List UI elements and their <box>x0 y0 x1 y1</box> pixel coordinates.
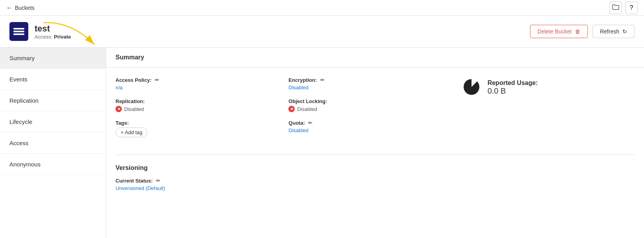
object-locking-label: Object Locking: <box>288 98 449 104</box>
current-status-value: Unversioned (Default) <box>116 185 635 191</box>
sidebar-item-label: Lifecycle <box>9 118 32 125</box>
bucket-icon-bar-2 <box>13 31 24 32</box>
encryption-field: Encryption: ✏ Disabled <box>288 77 449 90</box>
sidebar-item-anonymous[interactable]: Anonymous <box>0 154 106 175</box>
refresh-label: Refresh <box>600 28 619 35</box>
reported-usage-value: 0.0 B <box>488 87 538 96</box>
bucket-name: test <box>35 24 71 34</box>
reported-usage-label: Reported Usage: <box>488 79 538 87</box>
sidebar: Summary Events Replication Lifecycle Acc… <box>0 48 106 238</box>
bucket-icon-bar-3 <box>13 33 24 35</box>
quota-field: Quota: ✏ Disabled <box>288 120 449 133</box>
sidebar-item-label: Access <box>9 140 28 146</box>
object-locking-disabled-icon: ✕ <box>288 106 295 112</box>
back-label: Buckets <box>15 5 35 11</box>
main-layout: Summary Events Replication Lifecycle Acc… <box>0 48 644 238</box>
content-body: Access Policy: ✏ n/a Replication: ✕ Disa… <box>106 68 644 208</box>
access-policy-field: Access Policy: ✏ n/a <box>116 77 276 90</box>
object-locking-field: Object Locking: ✕ Disabled <box>288 98 449 112</box>
back-to-buckets-link[interactable]: ← Buckets <box>6 4 35 11</box>
sidebar-item-summary[interactable]: Summary <box>0 48 106 69</box>
access-policy-edit-icon[interactable]: ✏ <box>155 77 159 83</box>
versioning-title: Versioning <box>116 164 635 172</box>
replication-disabled-icon: ✕ <box>116 106 122 112</box>
object-locking-disabled-text: Disabled <box>297 106 317 112</box>
header-actions: Delete Bucket 🗑 Refresh ↻ <box>530 25 635 38</box>
tags-label: Tags: <box>116 120 276 126</box>
access-label: Access: <box>35 34 53 40</box>
encryption-value: Disabled <box>288 85 449 90</box>
sidebar-item-label: Events <box>9 76 28 83</box>
sidebar-item-access[interactable]: Access <box>0 133 106 154</box>
summary-col-3: Reported Usage: 0.0 B <box>462 77 635 145</box>
access-policy-label: Access Policy: ✏ <box>116 77 276 83</box>
add-tag-button[interactable]: + Add tag <box>116 127 147 137</box>
replication-disabled-text: Disabled <box>124 106 144 112</box>
sidebar-item-lifecycle[interactable]: Lifecycle <box>0 111 106 133</box>
trash-icon: 🗑 <box>575 28 580 35</box>
quota-value: Disabled <box>288 127 449 133</box>
current-status-field: Current Status: ✏ Unversioned (Default) <box>116 178 635 191</box>
encryption-label: Encryption: ✏ <box>288 77 449 83</box>
quota-label: Quota: ✏ <box>288 120 449 126</box>
bucket-access: Access: Private <box>35 34 71 40</box>
summary-grid: Access Policy: ✏ n/a Replication: ✕ Disa… <box>116 77 635 155</box>
help-button[interactable]: ? <box>625 2 638 14</box>
top-bar: ← Buckets ? <box>0 0 644 16</box>
sidebar-item-replication[interactable]: Replication <box>0 90 106 111</box>
current-status-edit-icon[interactable]: ✏ <box>156 178 160 184</box>
bucket-icon <box>9 22 28 41</box>
replication-value: ✕ Disabled <box>116 106 276 112</box>
replication-field: Replication: ✕ Disabled <box>116 98 276 112</box>
sidebar-item-label: Summary <box>9 55 35 61</box>
reported-usage: Reported Usage: 0.0 B <box>462 77 622 98</box>
current-status-label: Current Status: ✏ <box>116 178 635 184</box>
refresh-icon: ↻ <box>622 28 627 35</box>
bucket-icon-bar-1 <box>13 28 24 30</box>
content-title: Summary <box>106 48 644 68</box>
folder-icon <box>612 4 619 12</box>
delete-bucket-button[interactable]: Delete Bucket 🗑 <box>530 25 588 38</box>
summary-title: Summary <box>116 54 144 61</box>
bucket-info: test Access: Private <box>9 22 71 41</box>
top-bar-icons: ? <box>609 2 638 14</box>
quota-edit-icon[interactable]: ✏ <box>308 120 312 126</box>
bucket-header: test Access: Private Delete Bucket 🗑 Ref… <box>0 16 644 48</box>
delete-bucket-label: Delete Bucket <box>538 28 572 35</box>
sidebar-item-events[interactable]: Events <box>0 69 106 90</box>
content-area: Summary Access Policy: ✏ n/a R <box>106 48 644 238</box>
versioning-section: Versioning Current Status: ✏ Unversioned… <box>116 164 635 191</box>
access-value: Private <box>54 34 71 40</box>
help-icon: ? <box>630 4 633 11</box>
access-policy-value[interactable]: n/a <box>116 85 276 90</box>
summary-col-2: Encryption: ✏ Disabled Object Locking: ✕… <box>288 77 461 145</box>
sidebar-item-label: Replication <box>9 97 39 104</box>
add-tag-label: + Add tag <box>121 129 142 135</box>
file-browser-button[interactable] <box>609 2 622 14</box>
back-arrow-icon: ← <box>6 4 13 11</box>
usage-text: Reported Usage: 0.0 B <box>488 79 538 96</box>
usage-donut-chart <box>462 77 481 98</box>
refresh-button[interactable]: Refresh ↻ <box>593 25 635 38</box>
encryption-edit-icon[interactable]: ✏ <box>320 77 325 83</box>
bucket-name-group: test Access: Private <box>35 24 71 40</box>
replication-label: Replication: <box>116 98 276 104</box>
object-locking-value: ✕ Disabled <box>288 106 449 112</box>
summary-col-1: Access Policy: ✏ n/a Replication: ✕ Disa… <box>116 77 288 145</box>
sidebar-item-label: Anonymous <box>9 161 40 168</box>
tags-field: Tags: + Add tag <box>116 120 276 137</box>
